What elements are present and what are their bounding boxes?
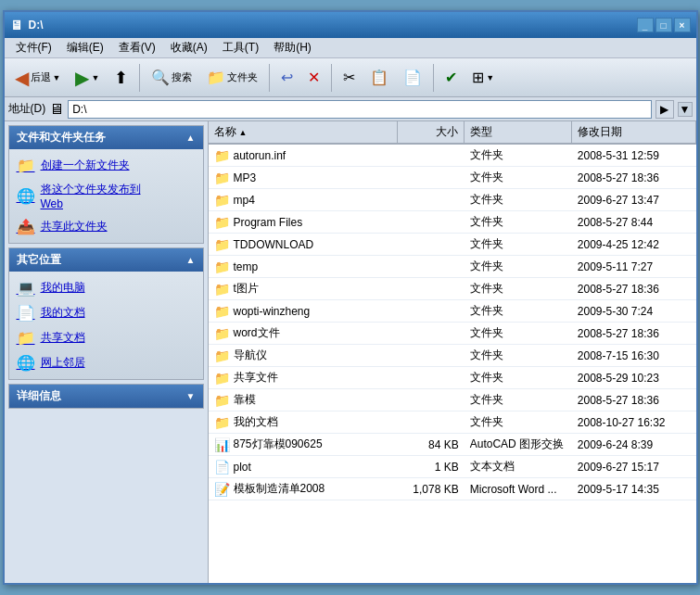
delete-button[interactable]: ✕ <box>301 65 326 90</box>
file-date-cell: 2009-6-27 15:17 <box>572 458 696 476</box>
minimize-button[interactable]: _ <box>637 18 654 32</box>
file-date-cell: 2009-6-24 8:39 <box>572 436 696 454</box>
col-header-name[interactable]: 名称 ▲ <box>209 121 398 143</box>
addressbar-input[interactable] <box>68 100 651 119</box>
places-my-computer[interactable]: 💻 我的电脑 <box>17 277 196 298</box>
col-header-date[interactable]: 修改日期 <box>572 121 696 143</box>
forward-dropdown-icon[interactable]: ▼ <box>91 73 99 82</box>
table-row[interactable]: 📁 word文件 文件夹 2008-5-27 18:36 <box>209 323 696 345</box>
places-network[interactable]: 🌐 网上邻居 <box>17 352 196 373</box>
task-create-folder[interactable]: 📁 创建一个新文件夹 <box>17 155 196 176</box>
cut-button[interactable]: ✂ <box>337 65 362 90</box>
cut-icon: ✂ <box>343 69 355 86</box>
undo-button[interactable]: ↩ <box>274 65 299 90</box>
table-row[interactable]: 📁 我的文档 文件夹 2008-10-27 16:32 <box>209 411 696 434</box>
table-row[interactable]: 📁 靠模 文件夹 2008-5-27 18:36 <box>209 389 696 411</box>
forward-icon: ▶ <box>75 67 89 89</box>
file-date-cell: 2009-5-11 7:27 <box>572 258 696 276</box>
places-section-header[interactable]: 其它位置 ▲ <box>9 248 203 272</box>
close-button[interactable]: × <box>674 18 691 32</box>
file-size-cell <box>398 242 465 247</box>
file-type-cell: 文本文档 <box>465 456 572 477</box>
places-section-chevron: ▲ <box>186 255 196 265</box>
check-button[interactable]: ✔ <box>439 65 464 90</box>
table-row[interactable]: 📁 t图片 文件夹 2008-5-27 18:36 <box>209 278 696 300</box>
details-section-header[interactable]: 详细信息 ▼ <box>9 385 203 408</box>
back-dropdown-icon[interactable]: ▼ <box>53 73 61 82</box>
back-button[interactable]: ◀ 后退 ▼ <box>8 63 68 93</box>
file-size-cell <box>398 264 465 270</box>
file-name-cell: 📁 Program Files <box>209 212 398 233</box>
folder-icon: 📁 <box>214 148 230 163</box>
maximize-button[interactable]: □ <box>655 18 672 32</box>
table-row[interactable]: 📁 wopti-winzheng 文件夹 2009-5-30 7:24 <box>209 300 696 323</box>
col-header-size[interactable]: 大小 <box>398 121 465 143</box>
file-name-cell: 📁 mp4 <box>209 190 398 210</box>
file-size-cell <box>398 375 465 381</box>
table-row[interactable]: 📁 mp4 文件夹 2009-6-27 13:47 <box>209 189 696 211</box>
addressbar-go-button[interactable]: ▶ <box>655 100 674 119</box>
col-header-type[interactable]: 类型 <box>465 121 572 143</box>
menu-help[interactable]: 帮助(H) <box>266 38 319 57</box>
addressbar-dropdown-button[interactable]: ▼ <box>678 102 693 117</box>
up-icon: ⬆ <box>114 68 128 88</box>
task-share-folder[interactable]: 📤 共享此文件夹 <box>17 216 196 237</box>
file-date-cell: 2008-5-27 18:36 <box>572 324 696 343</box>
table-row[interactable]: 📁 MP3 文件夹 2008-5-27 18:36 <box>209 167 696 189</box>
places-my-documents[interactable]: 📄 我的文档 <box>17 302 196 323</box>
table-row[interactable]: 📁 导航仪 文件夹 2008-7-15 16:30 <box>209 345 696 367</box>
paste-button[interactable]: 📄 <box>397 65 428 90</box>
copy-icon: 📋 <box>370 69 388 86</box>
file-name-cell: 📁 导航仪 <box>209 345 398 366</box>
file-name-cell: 📁 t图片 <box>209 278 398 299</box>
file-size-cell <box>398 420 465 425</box>
file-name-cell: 📁 wopti-winzheng <box>209 301 398 322</box>
menu-edit[interactable]: 编辑(E) <box>59 38 111 57</box>
menu-view[interactable]: 查看(V) <box>111 38 163 57</box>
up-button[interactable]: ⬆ <box>108 64 134 92</box>
task-create-folder-label: 创建一个新文件夹 <box>41 158 130 173</box>
file-name: Program Files <box>234 216 303 229</box>
file-size-cell <box>398 353 465 359</box>
separator-1 <box>139 64 140 92</box>
table-row[interactable]: 📁 共享文件 文件夹 2008-5-29 10:23 <box>209 367 696 389</box>
table-row[interactable]: 📊 875灯靠模090625 84 KB AutoCAD 图形交换 2009-6… <box>209 434 696 456</box>
table-row[interactable]: 📁 autorun.inf 文件夹 2008-5-31 12:59 <box>209 145 696 167</box>
file-name: 导航仪 <box>234 348 267 363</box>
create-folder-icon: 📁 <box>17 157 35 174</box>
file-panel: 名称 ▲ 大小 类型 修改日期 📁 autorun.inf 文件夹 2008-5… <box>209 121 696 583</box>
table-row[interactable]: 📁 temp 文件夹 2009-5-11 7:27 <box>209 256 696 278</box>
file-list-header: 名称 ▲ 大小 类型 修改日期 <box>209 121 696 145</box>
copy-button[interactable]: 📋 <box>363 65 395 90</box>
folder-button[interactable]: 📁 文件夹 <box>200 65 264 90</box>
table-row[interactable]: 📁 TDDOWNLOAD 文件夹 2009-4-25 12:42 <box>209 234 696 256</box>
menu-favorites[interactable]: 收藏(A) <box>163 38 215 57</box>
file-name: 靠模 <box>234 392 256 408</box>
file-name: t图片 <box>234 281 259 297</box>
places-shared-documents[interactable]: 📁 共享文档 <box>17 327 196 348</box>
file-type-cell: 文件夹 <box>465 345 572 366</box>
folder-icon: 📁 <box>214 282 230 297</box>
publish-web-icon: 🌐 <box>17 187 35 205</box>
paste-icon: 📄 <box>403 69 422 86</box>
view-button[interactable]: ⊞ ▼ <box>465 65 501 90</box>
task-publish-web[interactable]: 🌐 将这个文件夹发布到Web <box>17 180 196 212</box>
folder-icon: 📁 <box>214 415 230 430</box>
menu-file[interactable]: 文件(F) <box>8 38 59 57</box>
table-row[interactable]: 📄 plot 1 KB 文本文档 2009-6-27 15:17 <box>209 456 696 478</box>
table-row[interactable]: 📁 Program Files 文件夹 2008-5-27 8:44 <box>209 211 696 234</box>
menu-tools[interactable]: 工具(T) <box>215 38 266 57</box>
file-name-cell: 📁 靠模 <box>209 389 398 411</box>
view-dropdown-icon[interactable]: ▼ <box>486 73 494 82</box>
addressbar-folder-icon: 🖥 <box>49 101 64 118</box>
table-row[interactable]: 📝 模板制造清单2008 1,078 KB Microsoft Word ...… <box>209 478 696 500</box>
file-size-cell <box>398 220 465 225</box>
forward-button[interactable]: ▶ ▼ <box>69 63 106 93</box>
task-section-header[interactable]: 文件和文件夹任务 ▲ <box>9 126 203 149</box>
view-icon: ⊞ <box>472 69 484 86</box>
search-button[interactable]: 🔍 搜索 <box>145 65 198 90</box>
file-type-cell: AutoCAD 图形交换 <box>465 434 572 455</box>
folder-icon: 📁 <box>214 326 230 341</box>
file-name: 模板制造清单2008 <box>234 481 325 497</box>
file-date-cell: 2008-5-27 18:36 <box>572 280 696 298</box>
